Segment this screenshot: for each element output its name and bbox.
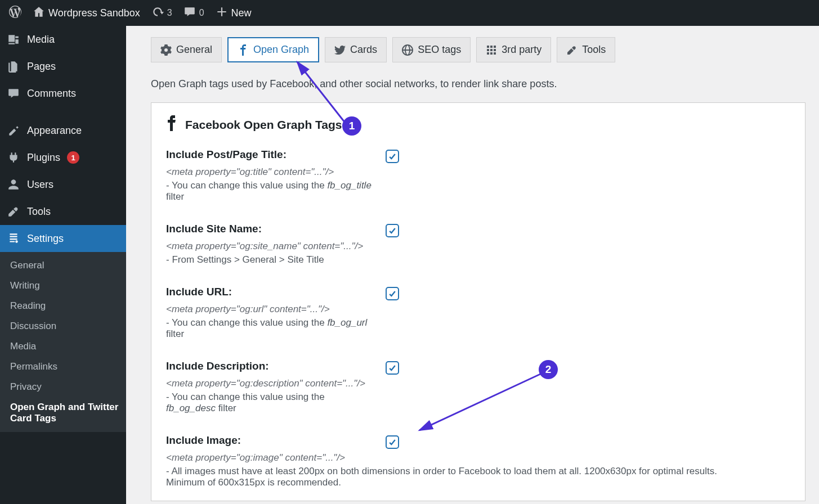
field-help: - From Settings > General > Site Title (166, 254, 374, 266)
field-description: Include Description: <meta property="og:… (166, 360, 790, 414)
annotation-badge-2: 2 (539, 360, 558, 379)
pages-icon (7, 60, 20, 73)
plus-icon (216, 6, 228, 20)
tab-label: Open Graph (253, 44, 309, 56)
tab-open-graph[interactable]: Open Graph (227, 37, 319, 62)
field-help: - You can change this value using the fb… (166, 317, 374, 340)
checkbox-site-name[interactable] (386, 224, 399, 237)
field-label: Include Site Name: (166, 223, 374, 235)
wrench-icon (566, 44, 578, 56)
tools-icon (7, 205, 20, 218)
tab-third-party[interactable]: 3rd party (476, 37, 551, 62)
appearance-icon (7, 124, 20, 137)
comments-bubble[interactable]: 0 (178, 0, 210, 26)
field-label: Include Image: (166, 434, 374, 447)
new-content[interactable]: New (210, 0, 257, 26)
tab-general[interactable]: General (151, 37, 222, 62)
grid-icon (486, 44, 497, 56)
admin-sidebar: Media Pages Comments Appearance Plugins … (0, 26, 126, 504)
gear-icon (160, 44, 172, 56)
field-site-name: Include Site Name: <meta property="og:si… (166, 223, 790, 266)
field-help: - You can change this value using the fb… (166, 392, 374, 414)
wordpress-icon (9, 6, 21, 20)
field-image: Include Image: (166, 434, 790, 452)
users-icon (7, 178, 20, 191)
update-icon (151, 6, 164, 20)
checkbox-description[interactable] (386, 361, 399, 375)
submenu-writing[interactable]: Writing (0, 276, 126, 296)
facebook-og-panel: Facebook Open Graph Tags Include Post/Pa… (151, 102, 805, 501)
sidebar-item-label: Comments (27, 88, 76, 100)
site-name: Wordpress Sandbox (48, 7, 140, 19)
facebook-icon (238, 44, 249, 56)
field-label: Include Post/Page Title: (166, 148, 374, 161)
tab-cards[interactable]: Cards (325, 37, 387, 62)
sidebar-item-label: Media (27, 34, 55, 46)
updates[interactable]: 3 (146, 0, 178, 26)
new-label: New (231, 7, 252, 19)
field-label: Include Description: (166, 360, 374, 372)
check-icon (388, 363, 397, 372)
facebook-icon (166, 115, 177, 134)
tab-label: General (176, 44, 212, 56)
sidebar-item-plugins[interactable]: Plugins 1 (0, 144, 126, 171)
submenu-media[interactable]: Media (0, 336, 126, 357)
field-help: - All images must have at least 200px on… (166, 466, 729, 488)
field-meta: <meta property="og:url" content="..."/> (166, 304, 374, 315)
sidebar-item-label: Tools (27, 206, 51, 218)
submenu-privacy[interactable]: Privacy (0, 377, 126, 397)
submenu-permalinks[interactable]: Permalinks (0, 357, 126, 377)
field-label: Include URL: (166, 286, 374, 298)
intro-text: Open Graph tags used by Facebook, and ot… (151, 78, 805, 90)
sidebar-item-users[interactable]: Users (0, 171, 126, 198)
settings-submenu: General Writing Reading Discussion Media… (0, 252, 126, 432)
panel-title-text: Facebook Open Graph Tags (185, 118, 342, 132)
checkbox-title[interactable] (386, 150, 399, 163)
sidebar-item-appearance[interactable]: Appearance (0, 117, 126, 144)
tab-seo-tags[interactable]: SEO tags (392, 37, 471, 62)
main-content: General Open Graph Cards SEO tags 3rd pa… (126, 26, 819, 504)
tab-tools[interactable]: Tools (557, 37, 615, 62)
plugins-badge: 1 (67, 151, 79, 164)
svg-point-0 (15, 240, 17, 242)
field-url: Include URL: <meta property="og:url" con… (166, 286, 790, 340)
sidebar-item-media[interactable]: Media (0, 26, 126, 53)
tab-label: 3rd party (502, 44, 541, 56)
check-icon (388, 289, 397, 298)
field-meta: <meta property="og:description" content=… (166, 378, 374, 389)
sidebar-item-pages[interactable]: Pages (0, 53, 126, 80)
sidebar-item-label: Users (27, 179, 53, 191)
home-icon (33, 6, 45, 20)
submenu-general[interactable]: General (0, 255, 126, 276)
tab-label: SEO tags (418, 44, 461, 56)
globe-icon (402, 44, 413, 56)
sidebar-item-label: Appearance (27, 125, 82, 137)
submenu-discussion[interactable]: Discussion (0, 316, 126, 336)
plugins-icon (7, 151, 20, 164)
sidebar-item-label: Plugins (27, 152, 60, 164)
sidebar-item-label: Settings (27, 233, 64, 245)
submenu-og-twitter[interactable]: Open Graph and Twitter Card Tags (0, 397, 126, 429)
tab-row: General Open Graph Cards SEO tags 3rd pa… (151, 37, 805, 62)
checkbox-url[interactable] (386, 287, 399, 300)
comment-icon (184, 6, 196, 20)
field-meta: <meta property="og:site_name" content=".… (166, 241, 374, 252)
submenu-reading[interactable]: Reading (0, 296, 126, 316)
site-home[interactable]: Wordpress Sandbox (27, 0, 146, 26)
comments-icon (7, 87, 20, 100)
tab-label: Tools (582, 44, 606, 56)
annotation-badge-1: 1 (342, 116, 361, 136)
twitter-icon (334, 44, 346, 56)
sidebar-item-label: Pages (27, 61, 56, 73)
tab-label: Cards (350, 44, 377, 56)
sidebar-item-settings[interactable]: Settings (0, 225, 126, 252)
sidebar-item-tools[interactable]: Tools (0, 198, 126, 225)
field-meta: <meta property="og:image" content="..."/… (166, 452, 790, 464)
media-icon (7, 33, 20, 46)
wp-logo[interactable] (3, 0, 27, 26)
sidebar-item-comments[interactable]: Comments (0, 80, 126, 107)
checkbox-image[interactable] (386, 435, 399, 449)
updates-count: 3 (167, 8, 172, 18)
field-image-extra: <meta property="og:image" content="..."/… (166, 452, 790, 488)
comments-count: 0 (199, 8, 204, 18)
